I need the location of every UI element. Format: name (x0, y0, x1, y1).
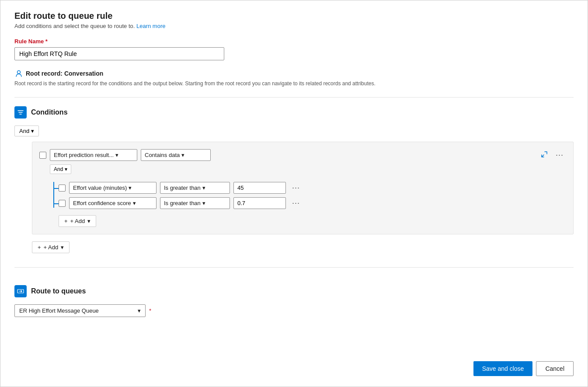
page-subtitle: Add conditions and select the queue to r… (14, 23, 574, 29)
conditions-icon (14, 106, 27, 119)
save-and-close-button[interactable]: Save and close (473, 361, 533, 376)
sub-condition-2-checkbox[interactable] (59, 200, 66, 207)
sub-condition-row-1: Effort value (minutes) ▾ Is greater than… (59, 182, 566, 194)
op2-chevron-icon: ▾ (202, 200, 205, 206)
field1-chevron-icon: ▾ (129, 185, 132, 191)
field2-chevron-icon: ▾ (133, 200, 136, 206)
section-divider-2 (14, 267, 574, 268)
route-title: Route to queues (31, 287, 86, 295)
rule-name-input[interactable] (14, 47, 224, 60)
queue-select-container: ER High Effort Message Queue ▾ * (14, 304, 574, 317)
queue-chevron-icon: ▾ (138, 307, 141, 314)
outer-condition-row: Effort prediction result... ▾ Contains d… (39, 149, 566, 161)
sub-condition-1-more-button[interactable]: ··· (289, 182, 303, 193)
route-header: Route to queues (14, 285, 574, 297)
sub-add-button[interactable]: + + Add ▾ (59, 215, 96, 227)
conditions-header: Conditions (14, 106, 574, 119)
expand-button[interactable] (539, 149, 550, 161)
rule-name-section: Rule Name * (14, 38, 574, 69)
effort-prediction-select[interactable]: Effort prediction result... ▾ (50, 149, 137, 161)
outer-condition-checkbox[interactable] (39, 152, 46, 159)
sub-conditions-container: Effort value (minutes) ▾ Is greater than… (50, 182, 566, 227)
value-2-input[interactable] (233, 197, 286, 209)
value-1-input[interactable] (233, 182, 286, 194)
queue-dropdown[interactable]: ER High Effort Message Queue ▾ (14, 304, 146, 317)
rule-name-label: Rule Name * (14, 38, 574, 45)
root-record-row: Root record: Conversation (14, 69, 574, 78)
route-section: Route to queues ER High Effort Message Q… (14, 285, 574, 317)
outer-add-chevron-icon: ▾ (61, 244, 64, 251)
page-title: Edit route to queue rule (14, 11, 574, 21)
page-container: Edit route to queue rule Add conditions … (0, 0, 588, 387)
greater-than-2-select[interactable]: Is greater than ▾ (160, 197, 230, 209)
op1-chevron-icon: ▾ (202, 185, 205, 191)
conditions-section: Conditions And ▾ Effort prediction resul… (14, 106, 574, 253)
effort-confidence-select[interactable]: Effort confidence score ▾ (69, 197, 157, 209)
sub-and-chevron-icon: ▾ (65, 166, 67, 172)
page-header: Edit route to queue rule Add conditions … (14, 11, 574, 38)
learn-more-link[interactable]: Learn more (136, 23, 165, 29)
sub-condition-row-2: Effort confidence score ▾ Is greater tha… (59, 197, 566, 209)
field-chevron-icon: ▾ (115, 152, 118, 158)
contains-data-select[interactable]: Contains data ▾ (141, 149, 211, 161)
condition-group: Effort prediction result... ▾ Contains d… (32, 142, 574, 234)
footer: Save and close Cancel (473, 361, 574, 376)
root-record-title: Root record: Conversation (26, 70, 103, 77)
outer-add-plus-icon: + (38, 244, 41, 251)
outer-more-button[interactable]: ··· (553, 150, 566, 160)
section-divider (14, 97, 574, 98)
cancel-button[interactable]: Cancel (536, 361, 574, 376)
root-record-description: Root record is the starting record for t… (14, 80, 574, 87)
route-icon (14, 285, 27, 297)
conditions-title: Conditions (31, 108, 68, 116)
sub-condition-2-more-button[interactable]: ··· (289, 198, 303, 209)
sub-condition-1-checkbox[interactable] (59, 185, 66, 192)
outer-add-button[interactable]: + + Add ▾ (32, 241, 70, 253)
sub-add-chevron-icon: ▾ (87, 218, 90, 224)
root-record-icon (14, 69, 23, 78)
horiz-connector-2 (53, 203, 59, 204)
sub-add-plus-icon: + (64, 218, 68, 224)
greater-than-1-select[interactable]: Is greater than ▾ (160, 182, 230, 194)
and-dropdown[interactable]: And ▾ (14, 126, 39, 136)
and-chevron-icon: ▾ (31, 128, 34, 134)
svg-point-0 (17, 71, 21, 74)
operator-chevron-icon: ▾ (181, 152, 184, 158)
horiz-connector-1 (53, 188, 59, 189)
sub-and-dropdown[interactable]: And ▾ (50, 164, 71, 174)
effort-value-select[interactable]: Effort value (minutes) ▾ (69, 182, 157, 194)
queue-required-star: * (149, 307, 151, 314)
